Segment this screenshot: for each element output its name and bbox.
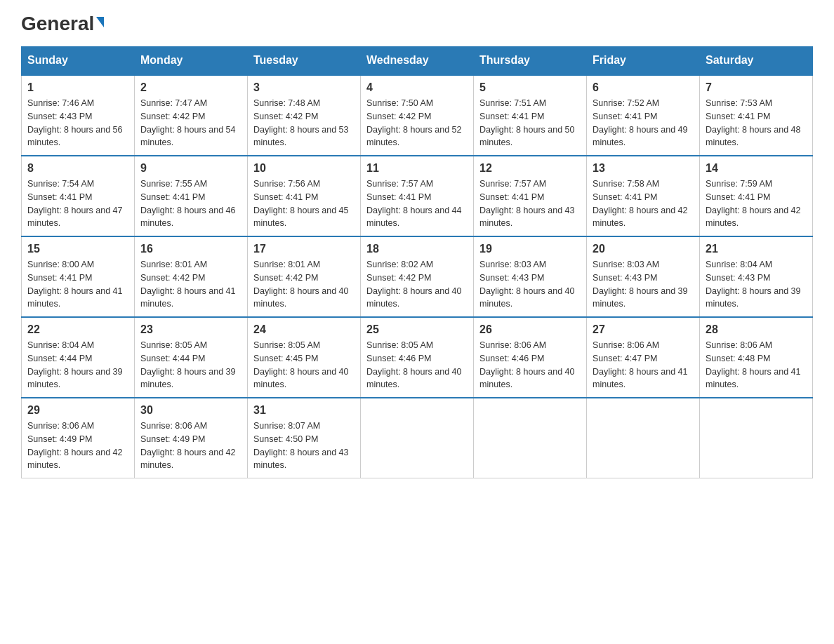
daylight-label: Daylight: 8 hours and 41 minutes. bbox=[593, 367, 688, 390]
sunrise-label: Sunrise: 8:05 AM bbox=[140, 340, 207, 350]
sunrise-label: Sunrise: 7:58 AM bbox=[593, 179, 659, 189]
sunrise-label: Sunrise: 7:59 AM bbox=[706, 179, 772, 189]
daylight-label: Daylight: 8 hours and 56 minutes. bbox=[27, 125, 123, 148]
day-number: 30 bbox=[140, 404, 241, 417]
daylight-label: Daylight: 8 hours and 48 minutes. bbox=[706, 125, 801, 148]
column-header-thursday: Thursday bbox=[474, 47, 587, 75]
calendar-cell: 15 Sunrise: 8:00 AM Sunset: 4:41 PM Dayl… bbox=[22, 236, 135, 317]
daylight-label: Daylight: 8 hours and 40 minutes. bbox=[253, 367, 349, 390]
calendar-cell bbox=[474, 398, 587, 478]
calendar-cell: 13 Sunrise: 7:58 AM Sunset: 4:41 PM Dayl… bbox=[587, 156, 700, 236]
calendar-cell: 11 Sunrise: 7:57 AM Sunset: 4:41 PM Dayl… bbox=[361, 156, 474, 236]
day-number: 2 bbox=[140, 81, 241, 94]
calendar-cell: 8 Sunrise: 7:54 AM Sunset: 4:41 PM Dayli… bbox=[22, 156, 135, 236]
sunrise-label: Sunrise: 7:51 AM bbox=[479, 98, 546, 108]
day-info: Sunrise: 7:59 AM Sunset: 4:41 PM Dayligh… bbox=[706, 177, 807, 230]
day-number: 18 bbox=[366, 243, 468, 255]
day-info: Sunrise: 7:58 AM Sunset: 4:41 PM Dayligh… bbox=[593, 177, 694, 230]
day-info: Sunrise: 7:53 AM Sunset: 4:41 PM Dayligh… bbox=[706, 97, 807, 149]
day-number: 11 bbox=[366, 162, 468, 175]
column-header-saturday: Saturday bbox=[700, 47, 813, 75]
logo-general: General bbox=[21, 14, 104, 34]
calendar-cell: 23 Sunrise: 8:05 AM Sunset: 4:44 PM Dayl… bbox=[135, 317, 248, 398]
sunset-label: Sunset: 4:41 PM bbox=[479, 112, 544, 121]
sunset-label: Sunset: 4:41 PM bbox=[366, 192, 431, 202]
sunset-label: Sunset: 4:48 PM bbox=[706, 354, 770, 363]
day-info: Sunrise: 7:52 AM Sunset: 4:41 PM Dayligh… bbox=[593, 97, 694, 149]
daylight-label: Daylight: 8 hours and 40 minutes. bbox=[479, 367, 575, 390]
day-info: Sunrise: 8:03 AM Sunset: 4:43 PM Dayligh… bbox=[479, 258, 581, 311]
day-number: 9 bbox=[140, 162, 241, 175]
calendar-cell: 14 Sunrise: 7:59 AM Sunset: 4:41 PM Dayl… bbox=[700, 156, 813, 236]
daylight-label: Daylight: 8 hours and 42 minutes. bbox=[27, 448, 123, 471]
sunrise-label: Sunrise: 7:56 AM bbox=[253, 179, 320, 189]
calendar-cell: 5 Sunrise: 7:51 AM Sunset: 4:41 PM Dayli… bbox=[474, 75, 587, 156]
day-info: Sunrise: 8:07 AM Sunset: 4:50 PM Dayligh… bbox=[253, 420, 355, 472]
daylight-label: Daylight: 8 hours and 42 minutes. bbox=[593, 206, 688, 229]
calendar-cell: 2 Sunrise: 7:47 AM Sunset: 4:42 PM Dayli… bbox=[135, 75, 248, 156]
calendar-week-row: 1 Sunrise: 7:46 AM Sunset: 4:43 PM Dayli… bbox=[22, 75, 813, 156]
sunset-label: Sunset: 4:41 PM bbox=[27, 273, 92, 283]
sunrise-label: Sunrise: 7:57 AM bbox=[479, 179, 546, 189]
daylight-label: Daylight: 8 hours and 54 minutes. bbox=[140, 125, 236, 148]
day-info: Sunrise: 7:57 AM Sunset: 4:41 PM Dayligh… bbox=[366, 177, 468, 230]
day-info: Sunrise: 8:06 AM Sunset: 4:47 PM Dayligh… bbox=[593, 339, 694, 391]
day-number: 8 bbox=[27, 162, 128, 175]
calendar-cell: 24 Sunrise: 8:05 AM Sunset: 4:45 PM Dayl… bbox=[248, 317, 361, 398]
daylight-label: Daylight: 8 hours and 47 minutes. bbox=[27, 206, 123, 229]
sunset-label: Sunset: 4:41 PM bbox=[253, 192, 318, 202]
sunset-label: Sunset: 4:43 PM bbox=[593, 273, 657, 283]
daylight-label: Daylight: 8 hours and 39 minutes. bbox=[27, 367, 123, 390]
sunset-label: Sunset: 4:47 PM bbox=[593, 354, 657, 363]
sunset-label: Sunset: 4:41 PM bbox=[27, 192, 92, 202]
sunrise-label: Sunrise: 7:55 AM bbox=[140, 179, 207, 189]
sunrise-label: Sunrise: 8:06 AM bbox=[706, 340, 772, 350]
day-info: Sunrise: 7:51 AM Sunset: 4:41 PM Dayligh… bbox=[479, 97, 581, 149]
calendar-cell: 26 Sunrise: 8:06 AM Sunset: 4:46 PM Dayl… bbox=[474, 317, 587, 398]
column-header-tuesday: Tuesday bbox=[248, 47, 361, 75]
day-info: Sunrise: 8:06 AM Sunset: 4:49 PM Dayligh… bbox=[140, 420, 241, 472]
daylight-label: Daylight: 8 hours and 40 minutes. bbox=[366, 286, 462, 309]
daylight-label: Daylight: 8 hours and 41 minutes. bbox=[706, 367, 801, 390]
day-info: Sunrise: 8:00 AM Sunset: 4:41 PM Dayligh… bbox=[27, 258, 128, 311]
sunrise-label: Sunrise: 8:01 AM bbox=[253, 260, 320, 269]
calendar-cell: 20 Sunrise: 8:03 AM Sunset: 4:43 PM Dayl… bbox=[587, 236, 700, 317]
sunset-label: Sunset: 4:46 PM bbox=[366, 354, 431, 363]
calendar-cell: 22 Sunrise: 8:04 AM Sunset: 4:44 PM Dayl… bbox=[22, 317, 135, 398]
day-number: 28 bbox=[706, 323, 807, 336]
day-number: 15 bbox=[27, 243, 128, 255]
calendar-cell: 28 Sunrise: 8:06 AM Sunset: 4:48 PM Dayl… bbox=[700, 317, 813, 398]
calendar-cell: 17 Sunrise: 8:01 AM Sunset: 4:42 PM Dayl… bbox=[248, 236, 361, 317]
day-info: Sunrise: 7:50 AM Sunset: 4:42 PM Dayligh… bbox=[366, 97, 468, 149]
calendar-cell: 21 Sunrise: 8:04 AM Sunset: 4:43 PM Dayl… bbox=[700, 236, 813, 317]
day-info: Sunrise: 7:54 AM Sunset: 4:41 PM Dayligh… bbox=[27, 177, 128, 230]
day-number: 24 bbox=[253, 323, 355, 336]
day-info: Sunrise: 8:04 AM Sunset: 4:44 PM Dayligh… bbox=[27, 339, 128, 391]
sunset-label: Sunset: 4:45 PM bbox=[253, 354, 318, 363]
calendar-header-row: SundayMondayTuesdayWednesdayThursdayFrid… bbox=[22, 47, 813, 75]
day-info: Sunrise: 8:01 AM Sunset: 4:42 PM Dayligh… bbox=[140, 258, 241, 311]
sunset-label: Sunset: 4:49 PM bbox=[27, 434, 92, 444]
day-info: Sunrise: 8:03 AM Sunset: 4:43 PM Dayligh… bbox=[593, 258, 694, 311]
day-info: Sunrise: 8:05 AM Sunset: 4:45 PM Dayligh… bbox=[253, 339, 355, 391]
daylight-label: Daylight: 8 hours and 40 minutes. bbox=[366, 367, 462, 390]
day-info: Sunrise: 7:57 AM Sunset: 4:41 PM Dayligh… bbox=[479, 177, 581, 230]
calendar-cell: 10 Sunrise: 7:56 AM Sunset: 4:41 PM Dayl… bbox=[248, 156, 361, 236]
calendar-cell: 9 Sunrise: 7:55 AM Sunset: 4:41 PM Dayli… bbox=[135, 156, 248, 236]
day-number: 31 bbox=[253, 404, 355, 417]
day-number: 13 bbox=[593, 162, 694, 175]
day-number: 22 bbox=[27, 323, 128, 336]
day-number: 25 bbox=[366, 323, 468, 336]
daylight-label: Daylight: 8 hours and 40 minutes. bbox=[479, 286, 575, 309]
day-info: Sunrise: 8:06 AM Sunset: 4:49 PM Dayligh… bbox=[27, 420, 128, 472]
sunrise-label: Sunrise: 8:06 AM bbox=[140, 421, 207, 431]
column-header-sunday: Sunday bbox=[22, 47, 135, 75]
calendar-cell bbox=[587, 398, 700, 478]
daylight-label: Daylight: 8 hours and 50 minutes. bbox=[479, 125, 575, 148]
daylight-label: Daylight: 8 hours and 42 minutes. bbox=[706, 206, 801, 229]
sunrise-label: Sunrise: 7:57 AM bbox=[366, 179, 433, 189]
daylight-label: Daylight: 8 hours and 46 minutes. bbox=[140, 206, 236, 229]
sunset-label: Sunset: 4:49 PM bbox=[140, 434, 205, 444]
daylight-label: Daylight: 8 hours and 39 minutes. bbox=[140, 367, 236, 390]
calendar-cell: 31 Sunrise: 8:07 AM Sunset: 4:50 PM Dayl… bbox=[248, 398, 361, 478]
